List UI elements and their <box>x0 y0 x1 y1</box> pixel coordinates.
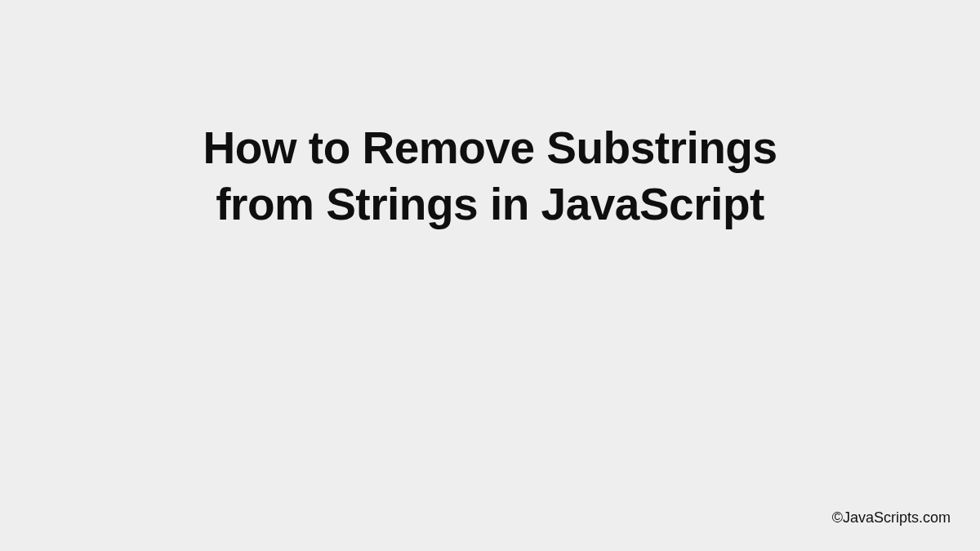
title-line-2: from Strings in JavaScript <box>216 179 764 229</box>
title-line-1: How to Remove Substrings <box>203 122 777 173</box>
title-container: How to Remove Substrings from Strings in… <box>0 120 980 233</box>
page-title: How to Remove Substrings from Strings in… <box>0 120 980 233</box>
attribution-text: ©JavaScripts.com <box>832 509 951 527</box>
